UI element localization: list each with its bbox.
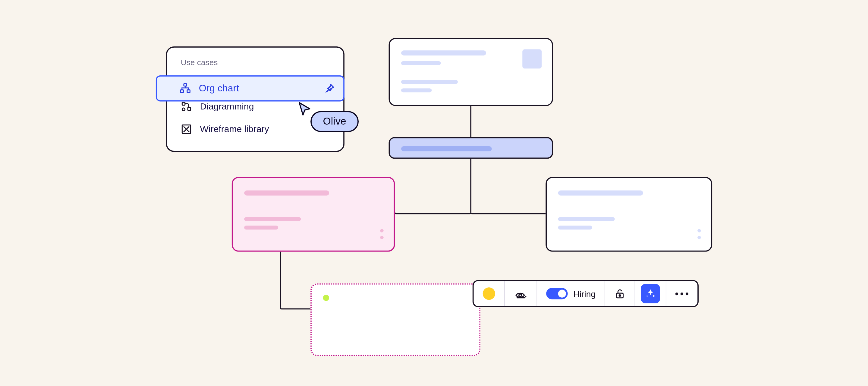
more-icon (675, 292, 688, 295)
panel-item-label: Wireframe library (200, 124, 269, 135)
cursor-user-pill: Olive (310, 111, 359, 132)
svg-rect-3 (182, 102, 185, 105)
cursor-icon (298, 101, 312, 116)
org-node-left[interactable] (232, 177, 395, 251)
visibility-button[interactable] (505, 281, 537, 306)
status-dot-icon (323, 295, 330, 301)
toggle-label: Hiring (573, 289, 595, 299)
org-node-right[interactable] (546, 177, 712, 251)
sparkle-icon (645, 288, 656, 299)
svg-rect-9 (184, 84, 187, 86)
panel-item-org-chart-selected[interactable]: Org chart (156, 76, 344, 101)
svg-point-12 (519, 294, 521, 296)
lock-button[interactable] (605, 281, 635, 306)
card-menu-icon[interactable] (698, 229, 701, 239)
panel-item-label: Diagramming (200, 101, 254, 112)
panel-title: Use cases (167, 58, 344, 70)
card-menu-icon[interactable] (380, 229, 383, 239)
panel-item-label: Org chart (199, 83, 239, 94)
svg-rect-10 (181, 90, 183, 93)
wireframe-icon (181, 124, 192, 135)
color-swatch-icon (483, 287, 495, 300)
hiring-toggle[interactable]: Hiring (537, 281, 605, 306)
toggle-switch-icon (546, 288, 567, 299)
diagram-icon (181, 101, 192, 113)
svg-point-14 (619, 295, 621, 296)
org-node-new[interactable] (310, 284, 480, 356)
ai-button[interactable] (635, 281, 666, 306)
org-node-root[interactable] (389, 38, 553, 106)
node-toolbar: Hiring (472, 280, 699, 307)
svg-rect-11 (187, 90, 190, 93)
org-chart-icon (180, 83, 191, 94)
more-button[interactable] (666, 281, 698, 306)
org-node-group[interactable] (389, 137, 553, 159)
unlock-icon (614, 287, 626, 300)
color-picker-button[interactable] (474, 281, 505, 306)
pin-icon[interactable] (324, 83, 336, 94)
layers-eye-icon (514, 287, 527, 300)
svg-point-5 (182, 108, 185, 111)
avatar-placeholder (522, 49, 541, 68)
svg-rect-4 (188, 107, 190, 110)
